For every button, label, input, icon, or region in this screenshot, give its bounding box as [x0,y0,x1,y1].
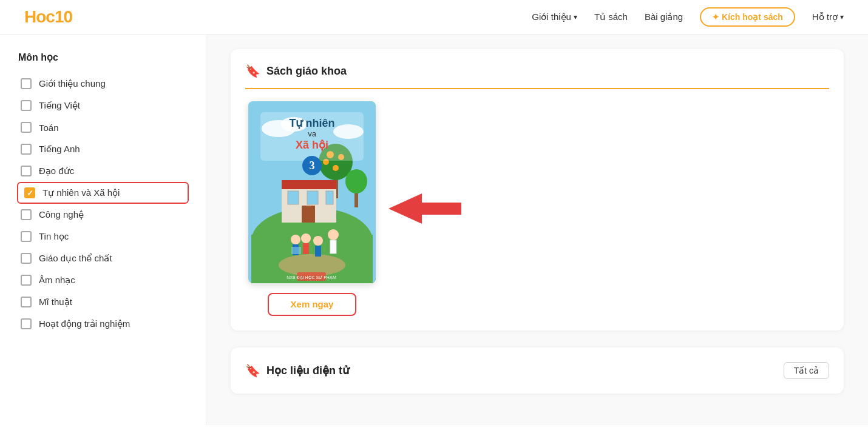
checkbox-tu-nhien-xa-hoi[interactable] [24,187,35,198]
svg-point-32 [328,229,339,240]
nav-gioi-thieu[interactable]: Giới thiệu [532,12,577,22]
filter-label: Tiếng Anh [39,144,80,155]
main-nav: Giới thiệu Tủ sách Bài giảng ✦ Kích hoạt… [532,7,844,27]
sidebar: Môn học Giới thiệu chung Tiếng Việt Toán… [0,35,206,425]
svg-text:va: va [308,129,317,138]
section2-header: 🔖 Học liệu điện tử Tất cả [245,362,829,379]
filter-item-toan[interactable]: Toán [18,116,188,138]
section2-title-row: 🔖 Học liệu điện tử [245,363,349,378]
filter-label: Toán [39,123,59,133]
logo-text: Hoc [24,7,55,26]
filter-label: Hoạt động trải nghiệm [39,318,130,329]
filter-item-cong-nghe[interactable]: Công nghệ [18,204,188,226]
bookmark-icon-section2: 🔖 [245,363,260,378]
svg-rect-35 [315,246,321,257]
svg-rect-18 [307,191,318,204]
xem-ngay-label: Xem ngay [291,299,334,309]
filter-label: Âm nhạc [39,275,75,286]
checkbox-gioi-thieu-chung[interactable] [21,78,32,89]
nav-ho-tro[interactable]: Hỗ trợ [812,12,844,22]
checkbox-toan[interactable] [21,122,32,133]
header: Hoc10 Giới thiệu Tủ sách Bài giảng ✦ Kíc… [0,0,868,35]
red-arrow-container [388,190,461,227]
svg-text:Xã hội: Xã hội [296,139,328,151]
svg-point-11 [333,165,339,171]
nav-bai-giang[interactable]: Bài giảng [645,12,683,22]
svg-text:Tự nhiên: Tự nhiên [290,117,335,129]
filter-item-dao-duc[interactable]: Đạo đức [18,160,188,182]
checkbox-tin-hoc[interactable] [21,231,32,242]
svg-rect-17 [288,191,299,204]
xem-ngay-button[interactable]: Xem ngay [268,293,357,316]
filter-item-giao-duc-the-chat[interactable]: Giáo dục thể chất [18,247,188,269]
main-layout: Môn học Giới thiệu chung Tiếng Việt Toán… [0,35,868,425]
bookmark-icon-section1: 🔖 [245,64,260,78]
checkbox-dao-duc[interactable] [21,166,32,176]
book-cover-svg: Tự nhiên va Xã hội 3 [248,101,376,283]
book-cover: Tự nhiên va Xã hội 3 [248,101,376,283]
kich-hoat-sach-button[interactable]: ✦ Kích hoạt sách [700,7,795,27]
filter-item-tu-nhien-xa-hoi[interactable]: Tự nhiên và Xã hội [17,182,189,204]
filter-label: Giới thiệu chung [39,78,106,89]
checkbox-hoat-dong-trai-nghiem[interactable] [21,318,32,329]
sidebar-title: Môn học [18,52,188,63]
filter-label: Tin học [39,231,69,242]
logo[interactable]: Hoc10 [24,7,72,27]
content-area: 🔖 Sách giáo khoa [206,35,868,425]
svg-point-14 [345,169,367,193]
filter-item-hoat-dong-trai-nghiem[interactable]: Hoạt động trải nghiệm [18,313,188,335]
filter-label: Đạo đức [39,166,74,176]
filter-item-tin-hoc[interactable]: Tin học [18,226,188,247]
svg-rect-20 [302,206,315,223]
sach-giao-khoa-section: 🔖 Sách giáo khoa [231,49,844,331]
svg-point-27 [291,235,300,244]
section1-header: 🔖 Sách giáo khoa [245,64,829,78]
red-arrow-icon [388,190,461,227]
checkbox-tieng-viet[interactable] [21,100,32,111]
svg-marker-38 [388,193,461,224]
svg-text:3: 3 [310,159,315,172]
tat-ca-button[interactable]: Tất cả [784,362,829,379]
svg-text:NXB ĐẠI HỌC SƯ PHẠM: NXB ĐẠI HỌC SƯ PHẠM [287,275,336,280]
filter-label: Tiếng Việt [39,100,80,111]
filter-item-tieng-viet[interactable]: Tiếng Việt [18,95,188,116]
filter-item-mi-thuat[interactable]: Mĩ thuật [18,291,188,313]
svg-point-34 [313,236,323,246]
section1-title: Sách giáo khoa [266,65,347,78]
book-item: Tự nhiên va Xã hội 3 [245,101,379,316]
filter-label: Công nghệ [39,209,84,220]
logo-highlight: 10 [55,7,72,26]
section1-divider [245,88,829,89]
svg-rect-19 [326,191,333,204]
filter-label: Mĩ thuật [39,297,72,307]
filter-label: Giáo dục thể chất [39,253,112,264]
svg-rect-16 [282,180,336,189]
checkbox-cong-nghe[interactable] [21,209,32,220]
filter-label: Tự nhiên và Xã hội [42,187,120,198]
svg-point-30 [301,233,311,243]
nav-tu-sach[interactable]: Tủ sách [594,12,628,22]
filter-item-tieng-anh[interactable]: Tiếng Anh [18,138,188,160]
svg-rect-33 [330,240,336,253]
section2-title: Học liệu điện tử [266,364,349,377]
checkbox-mi-thuat[interactable] [21,297,32,307]
checkbox-am-nhac[interactable] [21,275,32,286]
checkbox-giao-duc-the-chat[interactable] [21,253,32,264]
filter-item-am-nhac[interactable]: Âm nhạc [18,269,188,291]
svg-rect-29 [291,247,301,254]
checkbox-tieng-anh[interactable] [21,144,32,155]
hoc-lieu-dien-tu-section: 🔖 Học liệu điện tử Tất cả [231,347,844,394]
book-arrow-row: Tự nhiên va Xã hội 3 [245,101,829,316]
svg-rect-31 [303,243,309,254]
filter-item-gioi-thieu-chung[interactable]: Giới thiệu chung [18,73,188,95]
